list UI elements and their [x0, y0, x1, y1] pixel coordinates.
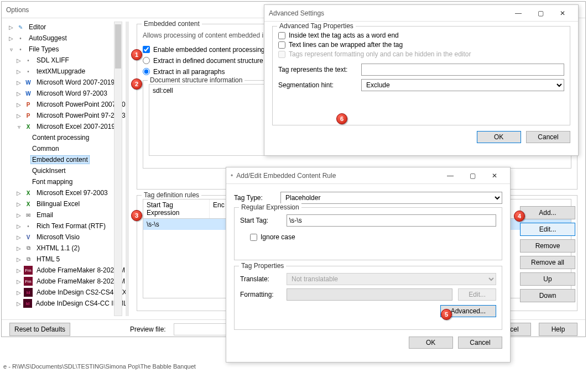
tree-autosuggest[interactable]: AutoSuggest [27, 34, 69, 43]
dsi-legend: Document structure information [148, 76, 244, 84]
tree-sub[interactable]: Common [30, 144, 61, 153]
callout-5: 5 [441, 309, 452, 320]
close-icon[interactable]: ✕ [483, 168, 506, 183]
extract-all-label: Extract in all paragraphs [153, 68, 225, 76]
tree-sub[interactable]: Content processing [30, 133, 91, 142]
autosuggest-icon [16, 34, 25, 43]
tree-item[interactable]: Microsoft Excel 2007-2019 [35, 122, 117, 131]
word-icon [24, 89, 33, 98]
extract-defined-radio[interactable] [143, 57, 150, 64]
tree-item[interactable]: SDL XLIFF [35, 56, 71, 65]
cancel-button[interactable]: Cancel [526, 131, 570, 143]
adv-title: Advanced Settings [269, 9, 507, 17]
xml-icon [24, 67, 33, 76]
minimize-icon[interactable]: — [439, 168, 461, 183]
excel-icon [24, 122, 33, 131]
visio-icon [24, 233, 33, 241]
extract-all-radio[interactable] [143, 68, 150, 75]
seg-label: Segmentation hint: [278, 81, 356, 89]
edit-button[interactable]: Edit... [520, 223, 575, 236]
tree-item[interactable]: Microsoft Word 2007-2019 [35, 78, 116, 87]
ok-button[interactable]: OK [477, 131, 521, 143]
tree-item[interactable]: Microsoft Excel 97-2003 [35, 188, 110, 197]
ppt-icon [24, 111, 33, 120]
tree-item[interactable]: Microsoft Visio [35, 233, 81, 241]
dsi-value: sdl:cell [153, 87, 173, 94]
adv-titlebar: Advanced Settings — ▢ ✕ [264, 5, 578, 22]
embedded-legend: Embedded content [142, 20, 202, 28]
fm-icon: Fm [24, 266, 33, 275]
id-icon: Id [23, 299, 32, 308]
props-legend: Tag Properties [239, 262, 286, 270]
tree-item[interactable]: Bilingual Excel [35, 199, 81, 208]
reset-button[interactable]: Reset to Defaults [9, 323, 70, 336]
filetypes-icon [16, 45, 25, 54]
tree-filetypes[interactable]: File Types [27, 45, 60, 54]
remove-button[interactable]: Remove [520, 239, 575, 253]
translate-label: Translate: [240, 275, 281, 283]
maximize-icon[interactable]: ▢ [529, 6, 551, 21]
excel-icon [24, 199, 33, 208]
starttag-input[interactable] [287, 214, 496, 227]
rule-icon [231, 172, 233, 180]
tree-item[interactable]: Email [35, 211, 55, 219]
rule-titlebar: Add/Edit Embedded Content Rule — ▢ ✕ [226, 167, 510, 184]
remove-all-button[interactable]: Remove all [520, 256, 575, 269]
adv-legend: Advanced Tag Properties [277, 22, 356, 30]
tree-scrollbar[interactable] [114, 22, 122, 316]
check-wrap[interactable] [278, 41, 285, 49]
check-wrap-label: Text lines can be wrapped after the tag [289, 41, 403, 49]
fm-icon: Fm [24, 277, 33, 286]
col-end[interactable]: Enc [210, 199, 226, 218]
rep-label: Tag represents the text: [278, 66, 356, 73]
starttag-label: Start Tag: [240, 217, 281, 224]
maximize-icon[interactable]: ▢ [461, 168, 483, 183]
email-icon [24, 211, 33, 219]
tree-sub-embedded[interactable]: Embedded content [30, 155, 90, 164]
add-button[interactable]: Add... [520, 206, 575, 219]
formatting-input [287, 288, 452, 301]
tree-sub[interactable]: Font mapping [30, 177, 74, 186]
tree-sub[interactable]: QuickInsert [30, 166, 67, 175]
callout-3: 3 [131, 210, 142, 221]
check-word-end[interactable] [278, 32, 285, 39]
id-icon: Id [24, 288, 33, 297]
rep-input[interactable] [361, 64, 564, 76]
cancel-button[interactable]: Cancel [458, 337, 502, 349]
callout-1: 1 [131, 49, 142, 60]
status-path: e - R\W\S\Documents\SDL\TESTING\Simona P… [0, 362, 199, 373]
rule-title: Add/Edit Embedded Content Rule [236, 172, 439, 180]
ignore-case-checkbox[interactable] [250, 234, 257, 241]
tree-item[interactable]: HTML 5 [35, 255, 61, 264]
row-start-value: \s-\s [143, 219, 210, 230]
rtf-icon [24, 222, 33, 230]
options-tree[interactable]: ▷Editor ▷AutoSuggest ▿File Types ▷SDL XL… [7, 22, 129, 316]
tree-item[interactable]: Microsoft PowerPoint 2007-20 [35, 100, 127, 109]
enable-embedded-label: Enable embedded content processing [153, 46, 264, 54]
tree-item[interactable]: Microsoft PowerPoint 97-2003 [35, 111, 127, 120]
ppt-icon [24, 100, 33, 109]
enable-embedded-checkbox[interactable] [143, 46, 150, 53]
tree-editor[interactable]: Editor [27, 23, 48, 31]
tree-item[interactable]: Rich Text Format (RTF) [35, 222, 107, 230]
tagtype-select[interactable]: Placeholder [280, 192, 502, 204]
check-hidden [278, 51, 285, 58]
translate-select: Not translatable [287, 273, 496, 285]
minimize-icon[interactable]: — [507, 6, 529, 21]
tree-item[interactable]: textXMLupgrade [35, 67, 87, 76]
callout-6: 6 [336, 113, 347, 124]
html-icon [24, 255, 33, 264]
help-button[interactable]: Help [539, 323, 577, 336]
formatting-label: Formatting: [240, 291, 281, 298]
tree-item[interactable]: XHTML 1.1 (2) [35, 244, 81, 253]
seg-select[interactable]: Exclude [361, 79, 564, 91]
ok-button[interactable]: OK [409, 337, 453, 349]
close-icon[interactable]: ✕ [551, 6, 574, 21]
tree-item[interactable]: Microsoft Word 97-2003 [35, 89, 109, 98]
xhtml-icon [24, 244, 33, 253]
down-button[interactable]: Down [520, 289, 575, 302]
up-button[interactable]: Up [520, 272, 575, 286]
tagtype-label: Tag Type: [234, 194, 275, 202]
col-start[interactable]: Start Tag Expression [143, 199, 210, 218]
preview-label: Preview file: [130, 325, 166, 333]
